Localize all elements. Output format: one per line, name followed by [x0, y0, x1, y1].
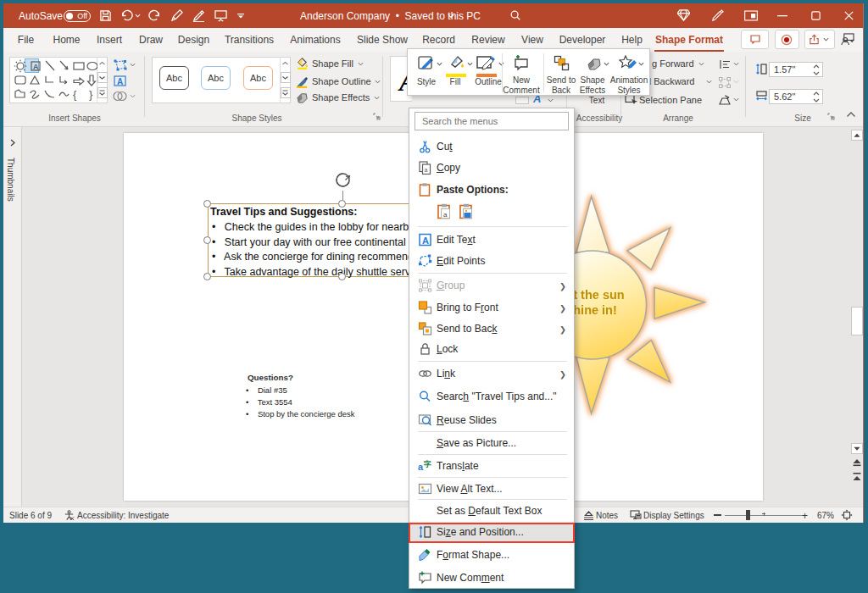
- svg-text:A: A: [33, 63, 39, 71]
- svg-text:}: }: [89, 88, 93, 101]
- svg-text:A: A: [117, 77, 123, 86]
- svg-text:A: A: [422, 236, 429, 246]
- svg-text:{: {: [73, 88, 77, 101]
- svg-text:a: a: [418, 461, 424, 471]
- svg-text:字: 字: [423, 459, 431, 468]
- svg-text:a: a: [443, 211, 448, 219]
- svg-text:a: a: [425, 166, 428, 172]
